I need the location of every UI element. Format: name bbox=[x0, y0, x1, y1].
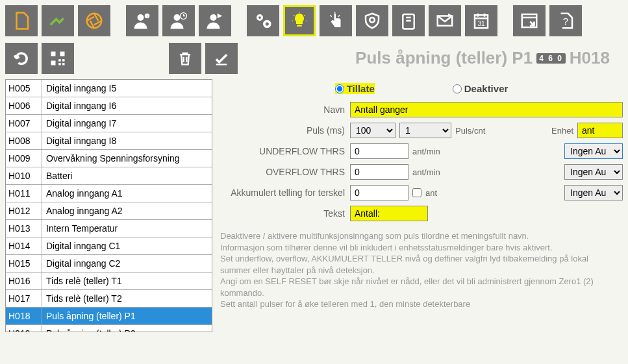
svg-point-6 bbox=[210, 14, 217, 21]
list-label: Overvåkning Spenningsforsyning bbox=[42, 153, 212, 164]
list-row-H005[interactable]: H005Digital inngang I5 bbox=[6, 80, 212, 97]
list-row-H009[interactable]: H009Overvåkning Spenningsforsyning bbox=[6, 150, 212, 167]
toolbar-idea-button[interactable] bbox=[283, 5, 316, 36]
list-code: H013 bbox=[6, 220, 42, 237]
toolbar-help-button[interactable]: ? bbox=[549, 5, 582, 36]
list-row-H006[interactable]: H006Digital inngang I6 bbox=[6, 97, 212, 115]
unit-input[interactable] bbox=[577, 123, 623, 138]
svg-rect-21 bbox=[58, 59, 61, 62]
pulse-label: Puls (ms) bbox=[220, 125, 350, 136]
toolbar-device-button[interactable] bbox=[392, 5, 425, 36]
list-label: Digital inngang C1 bbox=[42, 241, 212, 251]
svg-rect-18 bbox=[51, 52, 56, 56]
list-code: H005 bbox=[6, 80, 42, 97]
list-code: H008 bbox=[6, 132, 42, 149]
toolbar-touch-button[interactable] bbox=[320, 5, 352, 36]
overflow-input[interactable] bbox=[350, 164, 408, 180]
list-label: Digital inngang I5 bbox=[42, 83, 212, 93]
accum-input[interactable] bbox=[350, 185, 408, 200]
underflow-label: UNDERFLOW THRS bbox=[220, 146, 350, 156]
list-code: H007 bbox=[6, 115, 42, 132]
list-label: Batteri bbox=[42, 171, 212, 181]
description-text: Deaktivere / aktivere multifunksjonsinng… bbox=[220, 226, 623, 310]
apply-button[interactable] bbox=[205, 43, 238, 74]
toolbar-user-send-button[interactable] bbox=[199, 5, 231, 36]
overflow-label: OVERFLOW THRS bbox=[220, 167, 350, 177]
list-code: H006 bbox=[6, 97, 42, 114]
page-title-main: Puls åpning (teller) P1 bbox=[355, 48, 533, 68]
pulscnt-select[interactable]: 1 bbox=[399, 123, 451, 138]
list-label: Digital inngang I7 bbox=[42, 118, 212, 128]
list-row-H011[interactable]: H011Analog inngang A1 bbox=[6, 185, 212, 202]
list-row-H014[interactable]: H014Digital inngang C1 bbox=[6, 237, 212, 255]
toolbar-calendar-button[interactable]: 31 bbox=[465, 5, 497, 36]
text-input[interactable] bbox=[350, 206, 428, 221]
list-code: H014 bbox=[6, 237, 42, 254]
channel-list[interactable]: H005Digital inngang I5H006Digital inngan… bbox=[5, 79, 212, 332]
svg-point-0 bbox=[87, 14, 102, 29]
list-label: Analog inngang A1 bbox=[42, 188, 212, 199]
list-row-H019[interactable]: H019Puls åpning (teller) P2 bbox=[6, 325, 212, 332]
enable-radio[interactable]: Tillate bbox=[335, 83, 375, 94]
list-label: Analog inngang A2 bbox=[42, 206, 212, 216]
list-row-H018[interactable]: H018Puls åpning (teller) P1 bbox=[6, 308, 212, 325]
list-code: H019 bbox=[6, 325, 42, 332]
toolbar-user-info-button[interactable]: i bbox=[126, 5, 158, 36]
list-label: Digital inngang I6 bbox=[42, 101, 212, 111]
text-label: Tekst bbox=[220, 208, 350, 219]
list-row-H016[interactable]: H016Tids relè (teller) T1 bbox=[6, 273, 212, 290]
list-label: Puls åpning (teller) P2 bbox=[42, 328, 212, 332]
svg-point-1 bbox=[138, 14, 144, 21]
list-code: H016 bbox=[6, 273, 42, 289]
delete-button[interactable] bbox=[169, 43, 201, 74]
svg-point-8 bbox=[258, 16, 261, 19]
accum-alarm-select[interactable]: Ingen Au bbox=[564, 185, 623, 200]
toolbar-file-button[interactable] bbox=[5, 5, 38, 36]
list-code: H015 bbox=[6, 255, 42, 272]
list-row-H013[interactable]: H013Intern Temperatur bbox=[6, 220, 212, 237]
list-code: H018 bbox=[6, 308, 42, 324]
svg-rect-20 bbox=[51, 61, 56, 66]
list-row-H010[interactable]: H010Batteri bbox=[6, 167, 212, 185]
svg-point-12 bbox=[370, 18, 375, 23]
list-row-H017[interactable]: H017Tids relè (teller) T2 bbox=[6, 290, 212, 308]
qr-button[interactable] bbox=[42, 43, 74, 74]
underflow-input[interactable] bbox=[350, 143, 408, 159]
svg-point-4 bbox=[174, 14, 181, 21]
list-row-H007[interactable]: H007Digital inngang I7 bbox=[6, 115, 212, 132]
toolbar-mail-button[interactable] bbox=[429, 5, 461, 36]
list-code: H011 bbox=[6, 185, 42, 202]
toolbar-shield-button[interactable] bbox=[356, 5, 388, 36]
svg-rect-24 bbox=[62, 63, 65, 66]
disable-radio[interactable]: Deaktiver bbox=[453, 83, 509, 94]
name-label: Navn bbox=[220, 104, 350, 115]
svg-text:i: i bbox=[147, 14, 147, 18]
list-label: Puls åpning (teller) P1 bbox=[42, 311, 212, 321]
list-row-H015[interactable]: H015Digital inngang C2 bbox=[6, 255, 212, 273]
list-code: H012 bbox=[6, 202, 42, 219]
svg-rect-22 bbox=[62, 59, 65, 62]
page-title: Puls åpning (teller) P1 4 6 0 H018 bbox=[242, 48, 623, 68]
accum-checkbox[interactable] bbox=[412, 188, 421, 197]
overflow-alarm-select[interactable]: Ingen Au bbox=[564, 164, 623, 180]
list-row-H012[interactable]: H012Analog inngang A2 bbox=[6, 202, 212, 220]
list-row-H008[interactable]: H008Digital inngang I8 bbox=[6, 132, 212, 150]
list-label: Tids relè (teller) T1 bbox=[42, 276, 212, 286]
toolbar-connect-button[interactable] bbox=[42, 5, 74, 36]
svg-rect-23 bbox=[58, 63, 61, 66]
toolbar-window-button[interactable] bbox=[513, 5, 546, 36]
toolbar-settings-button[interactable] bbox=[247, 5, 279, 36]
toolbar-user-time-button[interactable] bbox=[162, 5, 195, 36]
pulse-select[interactable]: 100 bbox=[350, 123, 396, 138]
name-input[interactable] bbox=[350, 102, 623, 117]
list-label: Tids relè (teller) T2 bbox=[42, 293, 212, 304]
unit-label: Enhet bbox=[551, 126, 573, 136]
svg-rect-19 bbox=[60, 52, 65, 56]
toolbar-aperture-button[interactable] bbox=[78, 5, 110, 36]
undo-button[interactable] bbox=[5, 43, 38, 74]
list-label: Digital inngang I8 bbox=[42, 136, 212, 146]
underflow-alarm-select[interactable]: Ingen Au bbox=[564, 143, 623, 159]
svg-rect-11 bbox=[297, 25, 302, 27]
list-code: H010 bbox=[6, 167, 42, 184]
svg-text:31: 31 bbox=[477, 20, 485, 27]
